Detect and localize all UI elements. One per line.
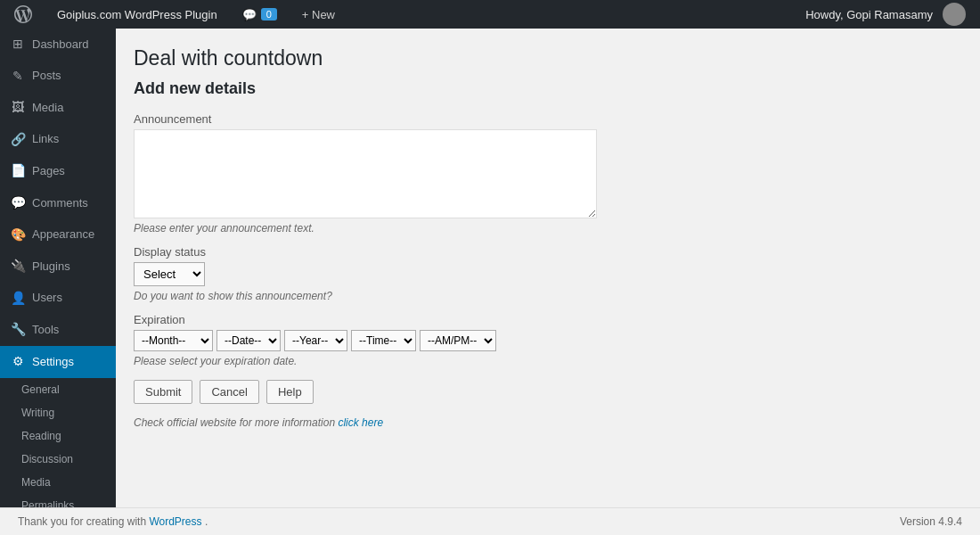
footer-left: Thank you for creating with WordPress .	[18, 515, 208, 528]
posts-icon: ✎	[11, 68, 25, 86]
pages-icon: 📄	[11, 162, 25, 180]
form-footer-note: Check official website for more informat…	[134, 416, 962, 429]
sidebar-item-pages[interactable]: 📄 Pages	[0, 155, 116, 187]
appearance-icon: 🎨	[11, 226, 25, 244]
new-label: + New	[302, 8, 335, 21]
sidebar-item-posts-label: Posts	[32, 68, 61, 84]
submenu-writing-label: Writing	[21, 407, 54, 419]
sidebar-item-appearance[interactable]: 🎨 Appearance	[0, 219, 116, 251]
submenu-item-discussion[interactable]: Discussion	[0, 448, 116, 471]
sidebar: ⊞ Dashboard ✎ Posts 🖼 Media 🔗 Links 📄 Pa…	[0, 29, 116, 535]
media-icon: 🖼	[11, 99, 25, 117]
comments-icon: 💬	[11, 194, 25, 212]
section-title: Add new details	[134, 79, 962, 98]
footer-right: Version 4.9.4	[900, 515, 962, 528]
sidebar-item-plugins-label: Plugins	[32, 259, 70, 275]
plugins-icon: 🔌	[11, 258, 25, 276]
user-avatar	[943, 3, 966, 26]
expiration-year-select[interactable]: --Year-- 201720182019 202020212022 20232…	[284, 330, 347, 351]
submenu-item-reading[interactable]: Reading	[0, 424, 116, 448]
cancel-button[interactable]: Cancel	[200, 380, 258, 404]
main-layout: ⊞ Dashboard ✎ Posts 🖼 Media 🔗 Links 📄 Pa…	[0, 29, 980, 535]
submenu-discussion-label: Discussion	[21, 453, 73, 465]
footer-period: .	[205, 515, 208, 528]
expiration-field-group: Expiration --Month-- JanuaryFebruaryMarc…	[134, 313, 962, 367]
display-status-hint: Do you want to show this announcement?	[134, 290, 962, 302]
submenu-media-label: Media	[21, 476, 51, 489]
sidebar-item-plugins[interactable]: 🔌 Plugins	[0, 251, 116, 283]
click-here-link[interactable]: click here	[338, 416, 383, 429]
sidebar-item-users[interactable]: 👤 Users	[0, 283, 116, 315]
comments-bar-item[interactable]: 💬 0	[235, 0, 284, 29]
sidebar-item-settings[interactable]: ⚙ Settings	[0, 346, 116, 378]
dashboard-icon: ⊞	[11, 36, 25, 54]
user-greeting-bar-item[interactable]: Howdy, Gopi Ramasamy	[798, 0, 973, 29]
version-text: Version 4.9.4	[900, 515, 962, 528]
sidebar-item-tools-label: Tools	[32, 322, 59, 338]
announcement-hint: Please enter your announcement text.	[134, 222, 962, 235]
wordpress-link[interactable]: WordPress	[149, 515, 201, 528]
sidebar-item-appearance-label: Appearance	[32, 226, 94, 243]
links-icon: 🔗	[11, 131, 25, 149]
site-name: Goiplus.com WordPress Plugin	[57, 8, 217, 21]
submenu-item-media[interactable]: Media	[0, 471, 116, 494]
expiration-ampm-select[interactable]: --AM/PM-- AMPM	[420, 330, 496, 351]
display-status-select[interactable]: Select Show Hide	[134, 262, 205, 286]
sidebar-item-posts[interactable]: ✎ Posts	[0, 61, 116, 93]
footer-note-text: Check official website for more informat…	[134, 416, 338, 429]
sidebar-item-media-label: Media	[32, 100, 63, 116]
submenu-reading-label: Reading	[21, 430, 61, 442]
expiration-date-select[interactable]: --Date-- 1234 5678 9101112 13141516 1718…	[216, 330, 281, 351]
wp-logo-icon	[14, 5, 32, 23]
sidebar-item-dashboard[interactable]: ⊞ Dashboard	[0, 29, 116, 61]
site-name-bar-item[interactable]: Goiplus.com WordPress Plugin	[50, 0, 225, 29]
tools-icon: 🔧	[11, 321, 25, 339]
page-title: Deal with countdown	[134, 46, 962, 70]
expiration-hint: Please select your expiration date.	[134, 355, 962, 367]
sidebar-item-links-label: Links	[32, 131, 59, 147]
admin-bar: Goiplus.com WordPress Plugin 💬 0 + New H…	[0, 0, 980, 29]
display-status-label: Display status	[134, 245, 962, 259]
form-buttons: Submit Cancel Help	[134, 380, 962, 404]
sidebar-item-dashboard-label: Dashboard	[32, 37, 89, 53]
submenu-item-writing[interactable]: Writing	[0, 401, 116, 424]
sidebar-item-media[interactable]: 🖼 Media	[0, 92, 116, 124]
sidebar-item-users-label: Users	[32, 290, 62, 306]
announcement-field-group: Announcement Please enter your announcem…	[134, 112, 962, 235]
comment-icon: 💬	[242, 8, 257, 21]
comments-count: 0	[261, 8, 277, 21]
display-status-field-group: Display status Select Show Hide Do you w…	[134, 245, 962, 302]
help-button[interactable]: Help	[266, 380, 314, 404]
settings-icon: ⚙	[11, 353, 25, 371]
sidebar-item-comments-label: Comments	[32, 195, 88, 211]
expiration-time-select[interactable]: --Time-- 12:001:002:00 3:004:005:00 6:00…	[351, 330, 416, 351]
new-content-bar-item[interactable]: + New	[295, 0, 342, 29]
sidebar-item-comments[interactable]: 💬 Comments	[0, 187, 116, 219]
sidebar-item-tools[interactable]: 🔧 Tools	[0, 314, 116, 346]
sidebar-item-links[interactable]: 🔗 Links	[0, 124, 116, 156]
wp-logo-bar-item[interactable]	[7, 0, 39, 29]
sidebar-item-settings-label: Settings	[32, 354, 74, 370]
users-icon: 👤	[11, 290, 25, 308]
submenu-general-label: General	[21, 383, 60, 396]
expiration-label: Expiration	[134, 313, 962, 326]
user-greeting: Howdy, Gopi Ramasamy	[805, 8, 933, 21]
sidebar-item-pages-label: Pages	[32, 163, 65, 179]
expiration-month-select[interactable]: --Month-- JanuaryFebruaryMarch AprilMayJ…	[134, 330, 213, 351]
announcement-label: Announcement	[134, 112, 962, 126]
thank-you-text: Thank you for creating with	[18, 515, 149, 528]
expiration-row: --Month-- JanuaryFebruaryMarch AprilMayJ…	[134, 330, 962, 351]
submit-button[interactable]: Submit	[134, 380, 192, 404]
main-content: Deal with countdown Add new details Anno…	[116, 29, 980, 535]
announcement-textarea[interactable]	[134, 129, 597, 218]
page-footer: Thank you for creating with WordPress . …	[0, 507, 980, 535]
submenu-item-general[interactable]: General	[0, 378, 116, 401]
